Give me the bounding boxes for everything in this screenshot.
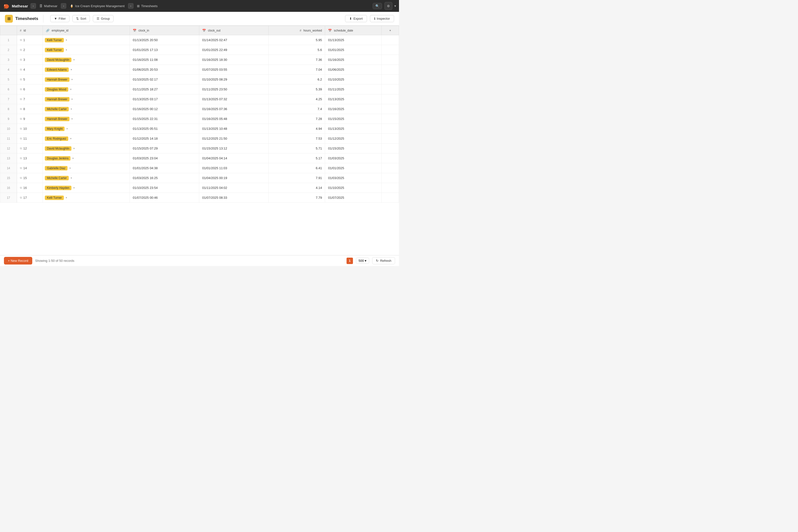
employee-dropdown-icon[interactable]: ▾ xyxy=(71,176,72,179)
employee-dropdown-icon[interactable]: ▾ xyxy=(66,39,67,41)
employee-badge[interactable]: Mary Knight xyxy=(45,127,64,131)
cell-schedule: 01/06/2025 xyxy=(325,65,381,75)
employee-badge[interactable]: Hannah Brewer xyxy=(45,97,69,101)
expand-row-icon[interactable]: ⧉ xyxy=(20,117,22,120)
cell-hours: 7.79 xyxy=(269,193,325,203)
new-record-button[interactable]: + New Record xyxy=(4,257,32,265)
nav-chevron-2[interactable]: › xyxy=(61,3,66,8)
col-header-add[interactable]: + xyxy=(381,26,399,35)
employee-dropdown-icon[interactable]: ▾ xyxy=(70,167,71,169)
expand-row-icon[interactable]: ⧉ xyxy=(20,48,22,52)
export-button[interactable]: ⬇ Export xyxy=(345,15,367,22)
cell-clock-out: 01/12/2025 21:50 xyxy=(199,134,269,144)
employee-badge[interactable]: David Mclaughlin xyxy=(45,58,71,62)
expand-row-icon[interactable]: ⧉ xyxy=(20,186,22,189)
expand-row-icon[interactable]: ⧉ xyxy=(20,176,22,179)
settings-chevron-icon[interactable]: ▾ xyxy=(394,4,396,8)
employee-dropdown-icon[interactable]: ▾ xyxy=(72,117,73,120)
app-logo[interactable]: Mathesar xyxy=(3,2,28,10)
employee-dropdown-icon[interactable]: ▾ xyxy=(73,147,75,150)
employee-badge[interactable]: Michelle Carter xyxy=(45,107,69,111)
col-header-clock-in[interactable]: 📅 clock_in xyxy=(130,26,199,35)
employee-dropdown-icon[interactable]: ▾ xyxy=(73,58,75,61)
page-number-badge[interactable]: 1 xyxy=(346,258,353,264)
refresh-button[interactable]: ↻ Refresh xyxy=(372,257,395,264)
expand-row-icon[interactable]: ⧉ xyxy=(20,196,22,199)
inspector-button[interactable]: ℹ Inspector xyxy=(370,15,394,22)
expand-row-icon[interactable]: ⧉ xyxy=(20,58,22,61)
rows-per-page-select[interactable]: 500 ▾ xyxy=(356,258,369,264)
expand-row-icon[interactable]: ⧉ xyxy=(20,78,22,81)
expand-row-icon[interactable]: ⧉ xyxy=(20,127,22,130)
employee-dropdown-icon[interactable]: ▾ xyxy=(66,49,67,51)
expand-row-icon[interactable]: ⧉ xyxy=(20,137,22,140)
employee-badge[interactable]: Douglas Wood xyxy=(45,87,68,92)
table-row: 12 ⧉ 12 David Mclaughlin ▾ 01/15/2025 07… xyxy=(0,144,399,153)
cell-clock-out: 01/15/2025 13:12 xyxy=(199,144,269,153)
employee-dropdown-icon[interactable]: ▾ xyxy=(71,108,72,110)
nav-chevron-1[interactable]: › xyxy=(31,3,36,8)
expand-row-icon[interactable]: ⧉ xyxy=(20,108,22,111)
employee-badge[interactable]: Kimberly Hayden xyxy=(45,186,71,190)
employee-badge[interactable]: Hannah Brewer xyxy=(45,77,69,82)
cell-schedule: 01/01/2025 xyxy=(325,163,381,173)
expand-row-icon[interactable]: ⧉ xyxy=(20,68,22,71)
expand-row-icon[interactable]: ⧉ xyxy=(20,88,22,91)
employee-dropdown-icon[interactable]: ▾ xyxy=(71,68,72,71)
employee-dropdown-icon[interactable]: ▾ xyxy=(66,127,68,130)
cell-add xyxy=(381,153,399,163)
employee-badge[interactable]: Michelle Carter xyxy=(45,176,69,180)
employee-dropdown-icon[interactable]: ▾ xyxy=(70,137,72,140)
filter-button[interactable]: ▼ Filter xyxy=(50,15,70,22)
employee-dropdown-icon[interactable]: ▾ xyxy=(73,187,75,189)
nav-mathesar[interactable]: 🗄 Mathesar xyxy=(37,3,59,9)
col-header-clock-out[interactable]: 📅 clock_out xyxy=(199,26,269,35)
cell-employee: Douglas Wood ▾ xyxy=(43,84,130,94)
nav-ice-cream[interactable]: 🍦 Ice Cream Employee Management xyxy=(68,3,127,9)
employee-badge[interactable]: Hannah Brewer xyxy=(45,117,69,121)
group-button[interactable]: ☰ Group xyxy=(93,15,114,22)
table-row: 13 ⧉ 13 Douglas Jenkins ▾ 01/03/2025 23:… xyxy=(0,153,399,163)
filter-label: Filter xyxy=(59,17,66,20)
col-header-hours[interactable]: # hours_worked xyxy=(269,26,325,35)
expand-row-icon[interactable]: ⧉ xyxy=(20,97,22,101)
cell-clock-out: 01/01/2025 22:49 xyxy=(199,45,269,55)
cell-schedule: 01/13/2025 xyxy=(325,124,381,134)
col-header-id[interactable]: # id xyxy=(17,26,43,35)
refresh-icon: ↻ xyxy=(376,259,379,263)
cell-id: ⧉ 1 xyxy=(17,35,43,45)
sort-button[interactable]: ⇅ Sort xyxy=(72,15,90,22)
col-header-employee[interactable]: 🔗 employee_id xyxy=(43,26,130,35)
expand-row-icon[interactable]: ⧉ xyxy=(20,38,22,42)
employee-badge[interactable]: Kelli Turner xyxy=(45,195,64,200)
nav-timesheets[interactable]: ⊞ Timesheets xyxy=(135,3,159,9)
cell-clock-out: 01/01/2025 11:03 xyxy=(199,163,269,173)
nav-chevron-3[interactable]: › xyxy=(128,3,133,8)
info-icon: ℹ xyxy=(374,17,375,20)
employee-badge[interactable]: Gabrielle Diaz xyxy=(45,166,67,170)
status-bar: + New Record Showing 1-50 of 50 records … xyxy=(0,255,399,266)
nav-search[interactable]: 🔍 xyxy=(373,3,382,9)
settings-button[interactable]: ⚙ xyxy=(384,2,392,10)
expand-row-icon[interactable]: ⧉ xyxy=(20,167,22,170)
cell-employee: David Mclaughlin ▾ xyxy=(43,55,130,65)
cell-add xyxy=(381,84,399,94)
col-header-schedule[interactable]: 📅 schedule_date xyxy=(325,26,381,35)
expand-row-icon[interactable]: ⧉ xyxy=(20,157,22,160)
employee-badge[interactable]: Kelli Turner xyxy=(45,48,64,52)
cell-employee: Kelli Turner ▾ xyxy=(43,35,130,45)
row-number: 2 xyxy=(0,45,17,55)
row-number: 15 xyxy=(0,173,17,183)
cell-clock-in: 01/01/2025 04:38 xyxy=(130,163,199,173)
employee-badge[interactable]: David Mclaughlin xyxy=(45,146,71,151)
employee-badge[interactable]: Eric Rodriguez xyxy=(45,136,68,141)
employee-dropdown-icon[interactable]: ▾ xyxy=(66,196,67,199)
employee-badge[interactable]: Douglas Jenkins xyxy=(45,156,71,160)
employee-badge[interactable]: Edward Adams xyxy=(45,68,69,72)
employee-dropdown-icon[interactable]: ▾ xyxy=(70,88,72,91)
employee-dropdown-icon[interactable]: ▾ xyxy=(72,98,73,100)
employee-badge[interactable]: Kelli Turner xyxy=(45,38,64,42)
expand-row-icon[interactable]: ⧉ xyxy=(20,147,22,150)
employee-dropdown-icon[interactable]: ▾ xyxy=(72,78,73,81)
employee-dropdown-icon[interactable]: ▾ xyxy=(72,157,74,159)
